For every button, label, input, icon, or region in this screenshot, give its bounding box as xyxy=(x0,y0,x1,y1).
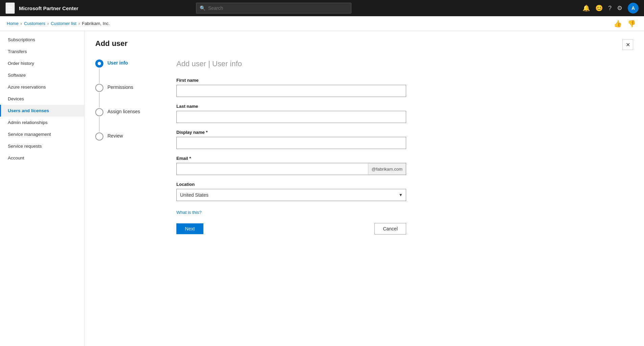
thumbs-up-button[interactable]: 👍 xyxy=(612,19,623,28)
sidebar: Subscriptions Transfers Order history So… xyxy=(0,31,84,346)
avatar[interactable]: A xyxy=(628,3,639,14)
breadcrumb-sep-3: › xyxy=(78,21,80,26)
add-user-panel: Add user ✕ User info xyxy=(84,31,644,346)
smiley-icon: 😊 xyxy=(595,4,603,12)
email-suffix: @fabrikam.com xyxy=(368,163,406,175)
step-label-permissions: Permissions xyxy=(107,84,133,90)
wizard-step-review[interactable]: Review xyxy=(95,132,163,141)
breadcrumb-current: Fabrikam, Inc. xyxy=(82,21,109,26)
sidebar-item-account[interactable]: Account xyxy=(0,152,84,164)
breadcrumb-customers[interactable]: Customers xyxy=(24,21,45,26)
email-label: Email * xyxy=(176,156,406,161)
content-area: Add user ✕ User info xyxy=(84,31,644,346)
help-button[interactable]: ? xyxy=(608,5,612,12)
breadcrumb-bar: Home › Customers › Customer list › Fabri… xyxy=(0,16,644,31)
sidebar-item-users-and-licenses[interactable]: Users and licenses xyxy=(0,105,84,117)
step-line-2 xyxy=(99,93,100,107)
close-button[interactable]: ✕ xyxy=(622,39,633,50)
thumbs-down-button[interactable]: 👎 xyxy=(626,19,637,28)
step-line-3 xyxy=(99,117,100,132)
sidebar-item-devices[interactable]: Devices xyxy=(0,93,84,105)
step-label-review: Review xyxy=(107,132,123,139)
email-field: Email * @fabrikam.com xyxy=(176,156,406,175)
first-name-input[interactable] xyxy=(176,85,406,97)
form-area: Add user | User info First name Last nam… xyxy=(176,59,406,234)
step-circle-assign-licenses xyxy=(95,108,103,116)
search-input[interactable] xyxy=(208,5,348,11)
next-button[interactable]: Next xyxy=(176,223,203,234)
feedback-smiley-button[interactable]: 😊 xyxy=(595,4,603,12)
topbar-icons: 🔔 😊 ? ⚙ A xyxy=(583,3,639,14)
form-page-title: Add user | User info xyxy=(176,59,406,68)
wizard-step-assign-licenses[interactable]: Assign licenses xyxy=(95,108,163,132)
location-select[interactable]: United States United Kingdom Canada Aust… xyxy=(176,189,406,201)
help-icon: ? xyxy=(608,5,612,12)
sidebar-item-subscriptions[interactable]: Subscriptions xyxy=(0,34,84,46)
form-title-main: Add user xyxy=(176,59,206,68)
last-name-field: Last name xyxy=(176,104,406,123)
sidebar-item-service-requests[interactable]: Service requests xyxy=(0,140,84,152)
cancel-button[interactable]: Cancel xyxy=(374,223,406,234)
add-user-title: Add user xyxy=(95,39,127,48)
wizard-form-layout: User info Permissions xyxy=(95,59,633,234)
display-name-input[interactable] xyxy=(176,137,406,149)
wizard-steps: User info Permissions xyxy=(95,59,163,234)
form-actions: Next Cancel xyxy=(176,223,406,234)
display-name-label: Display name * xyxy=(176,130,406,135)
main-layout: Subscriptions Transfers Order history So… xyxy=(0,31,644,346)
hamburger-menu-button[interactable]: ☰ xyxy=(5,2,15,14)
app-title: Microsoft Partner Center xyxy=(19,5,78,11)
step-label-assign-licenses: Assign licenses xyxy=(107,108,140,114)
settings-button[interactable]: ⚙ xyxy=(617,4,622,12)
sidebar-item-admin-relationships[interactable]: Admin relationships xyxy=(0,117,84,128)
notification-button[interactable]: 🔔 xyxy=(583,4,590,12)
step-circle-review xyxy=(95,132,103,141)
search-bar: 🔍 xyxy=(196,3,351,14)
sidebar-item-service-management[interactable]: Service management xyxy=(0,128,84,140)
step-line-1 xyxy=(99,68,100,83)
sidebar-item-transfers[interactable]: Transfers xyxy=(0,46,84,57)
first-name-label: First name xyxy=(176,78,406,83)
topbar: ☰ Microsoft Partner Center 🔍 🔔 😊 ? ⚙ A xyxy=(0,0,644,16)
breadcrumb: Home › Customers › Customer list › Fabri… xyxy=(7,21,110,26)
settings-icon: ⚙ xyxy=(617,4,622,12)
step-circle-permissions xyxy=(95,84,103,92)
display-name-field: Display name * xyxy=(176,130,406,149)
location-field: Location United States United Kingdom Ca… xyxy=(176,182,406,201)
email-input[interactable] xyxy=(177,163,368,175)
sidebar-item-order-history[interactable]: Order history xyxy=(0,57,84,69)
first-name-field: First name xyxy=(176,78,406,97)
sidebar-item-azure-reservations[interactable]: Azure reservations xyxy=(0,81,84,93)
breadcrumb-sep-1: › xyxy=(21,21,22,26)
wizard-step-user-info[interactable]: User info xyxy=(95,59,163,84)
wizard-step-permissions[interactable]: Permissions xyxy=(95,84,163,108)
location-select-wrapper: United States United Kingdom Canada Aust… xyxy=(176,189,406,201)
step-circle-user-info xyxy=(95,59,103,68)
form-title-sep: | xyxy=(206,59,212,68)
last-name-label: Last name xyxy=(176,104,406,109)
feedback-buttons: 👍 👎 xyxy=(612,19,637,28)
form-title-section: User info xyxy=(212,59,242,68)
search-icon: 🔍 xyxy=(200,5,205,11)
what-is-this-link[interactable]: What is this? xyxy=(176,210,201,215)
close-icon: ✕ xyxy=(626,42,630,48)
breadcrumb-sep-2: › xyxy=(47,21,49,26)
email-input-wrapper: @fabrikam.com xyxy=(176,163,406,175)
breadcrumb-customer-list[interactable]: Customer list xyxy=(51,21,76,26)
location-label: Location xyxy=(176,182,406,187)
notification-icon: 🔔 xyxy=(583,4,590,12)
step-label-user-info: User info xyxy=(107,59,128,66)
add-user-header: Add user ✕ xyxy=(95,39,633,50)
last-name-input[interactable] xyxy=(176,111,406,123)
sidebar-item-software[interactable]: Software xyxy=(0,69,84,81)
breadcrumb-home[interactable]: Home xyxy=(7,21,19,26)
